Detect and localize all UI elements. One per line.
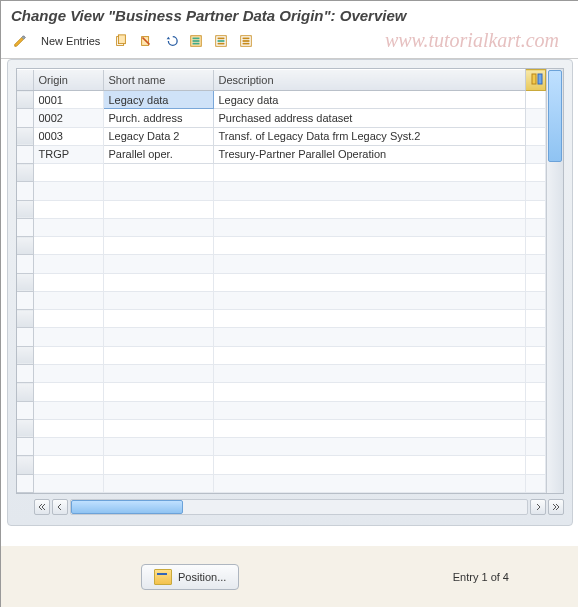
cell-short[interactable]: Purch. address	[103, 109, 213, 127]
row-selector[interactable]	[17, 346, 33, 364]
cell-short[interactable]	[103, 383, 213, 401]
cell-short[interactable]	[103, 438, 213, 456]
cell-origin[interactable]	[33, 255, 103, 273]
cell-desc[interactable]	[213, 474, 526, 492]
cell-short[interactable]	[103, 310, 213, 328]
cell-origin[interactable]	[33, 456, 103, 474]
cell-desc[interactable]	[213, 346, 526, 364]
configure-columns-icon[interactable]	[526, 70, 546, 91]
cell-desc[interactable]	[213, 255, 526, 273]
cell-short[interactable]	[103, 474, 213, 492]
row-selector[interactable]	[17, 255, 33, 273]
cell-origin[interactable]	[33, 200, 103, 218]
cell-desc[interactable]	[213, 328, 526, 346]
cell-desc[interactable]	[213, 310, 526, 328]
cell-desc[interactable]	[213, 164, 526, 182]
cell-desc[interactable]: Transf. of Legacy Data frm Legacy Syst.2	[213, 127, 526, 145]
horizontal-scrollbar-track[interactable]	[70, 499, 528, 515]
delete-icon[interactable]	[135, 30, 157, 52]
row-selector[interactable]	[17, 182, 33, 200]
cell-short[interactable]	[103, 401, 213, 419]
cell-desc[interactable]	[213, 273, 526, 291]
cell-desc[interactable]: Purchased address dataset	[213, 109, 526, 127]
row-selector[interactable]	[17, 109, 33, 127]
cell-origin[interactable]	[33, 438, 103, 456]
row-selector[interactable]	[17, 456, 33, 474]
cell-short[interactable]	[103, 456, 213, 474]
cell-short[interactable]	[103, 200, 213, 218]
position-button[interactable]: Position...	[141, 564, 239, 590]
row-selector-header[interactable]	[17, 70, 33, 91]
cell-short[interactable]	[103, 164, 213, 182]
cell-short[interactable]	[103, 237, 213, 255]
cell-short[interactable]: Parallel oper.	[103, 145, 213, 163]
cell-origin[interactable]	[33, 237, 103, 255]
cell-origin[interactable]	[33, 346, 103, 364]
cell-desc[interactable]	[213, 182, 526, 200]
cell-short[interactable]	[103, 291, 213, 309]
cell-short[interactable]	[103, 346, 213, 364]
row-selector[interactable]	[17, 164, 33, 182]
row-selector[interactable]	[17, 237, 33, 255]
cell-origin[interactable]: 0001	[33, 91, 103, 109]
cell-origin[interactable]	[33, 182, 103, 200]
scroll-last-icon[interactable]	[548, 499, 564, 515]
cell-origin[interactable]	[33, 419, 103, 437]
cell-origin[interactable]	[33, 291, 103, 309]
row-selector[interactable]	[17, 218, 33, 236]
scroll-first-icon[interactable]	[34, 499, 50, 515]
cell-short[interactable]	[103, 218, 213, 236]
cell-desc[interactable]	[213, 364, 526, 382]
cell-desc[interactable]: Tresury-Partner Parallel Operation	[213, 145, 526, 163]
row-selector[interactable]	[17, 127, 33, 145]
cell-origin[interactable]	[33, 364, 103, 382]
cell-desc[interactable]	[213, 200, 526, 218]
cell-desc[interactable]	[213, 438, 526, 456]
col-origin-header[interactable]: Origin	[33, 70, 103, 91]
cell-desc[interactable]	[213, 218, 526, 236]
row-selector[interactable]	[17, 145, 33, 163]
scroll-right-icon[interactable]	[530, 499, 546, 515]
cell-origin[interactable]: 0002	[33, 109, 103, 127]
copy-as-icon[interactable]	[110, 30, 132, 52]
row-selector[interactable]	[17, 200, 33, 218]
cell-short[interactable]	[103, 419, 213, 437]
undo-icon[interactable]	[160, 30, 182, 52]
change-display-icon[interactable]	[9, 30, 31, 52]
cell-origin[interactable]	[33, 401, 103, 419]
row-selector[interactable]	[17, 310, 33, 328]
cell-short[interactable]: Legacy data	[103, 91, 213, 109]
row-selector[interactable]	[17, 383, 33, 401]
select-block-icon[interactable]	[210, 30, 232, 52]
cell-desc[interactable]: Legacy data	[213, 91, 526, 109]
cell-origin[interactable]: TRGP	[33, 145, 103, 163]
cell-short[interactable]	[103, 273, 213, 291]
row-selector[interactable]	[17, 401, 33, 419]
cell-short[interactable]	[103, 255, 213, 273]
cell-origin[interactable]	[33, 310, 103, 328]
col-desc-header[interactable]: Description	[213, 70, 526, 91]
cell-desc[interactable]	[213, 456, 526, 474]
row-selector[interactable]	[17, 91, 33, 109]
deselect-all-icon[interactable]	[235, 30, 257, 52]
cell-origin[interactable]	[33, 164, 103, 182]
cell-origin[interactable]	[33, 383, 103, 401]
row-selector[interactable]	[17, 474, 33, 492]
select-all-icon[interactable]	[185, 30, 207, 52]
cell-desc[interactable]	[213, 419, 526, 437]
cell-short[interactable]	[103, 182, 213, 200]
cell-short[interactable]: Legacy Data 2	[103, 127, 213, 145]
row-selector[interactable]	[17, 364, 33, 382]
scroll-left-icon[interactable]	[52, 499, 68, 515]
vertical-scrollbar-thumb[interactable]	[548, 70, 562, 162]
cell-short[interactable]	[103, 364, 213, 382]
vertical-scrollbar[interactable]	[546, 69, 563, 493]
cell-origin[interactable]	[33, 273, 103, 291]
col-short-header[interactable]: Short name	[103, 70, 213, 91]
cell-origin[interactable]	[33, 218, 103, 236]
row-selector[interactable]	[17, 273, 33, 291]
cell-desc[interactable]	[213, 383, 526, 401]
row-selector[interactable]	[17, 291, 33, 309]
cell-origin[interactable]: 0003	[33, 127, 103, 145]
row-selector[interactable]	[17, 328, 33, 346]
